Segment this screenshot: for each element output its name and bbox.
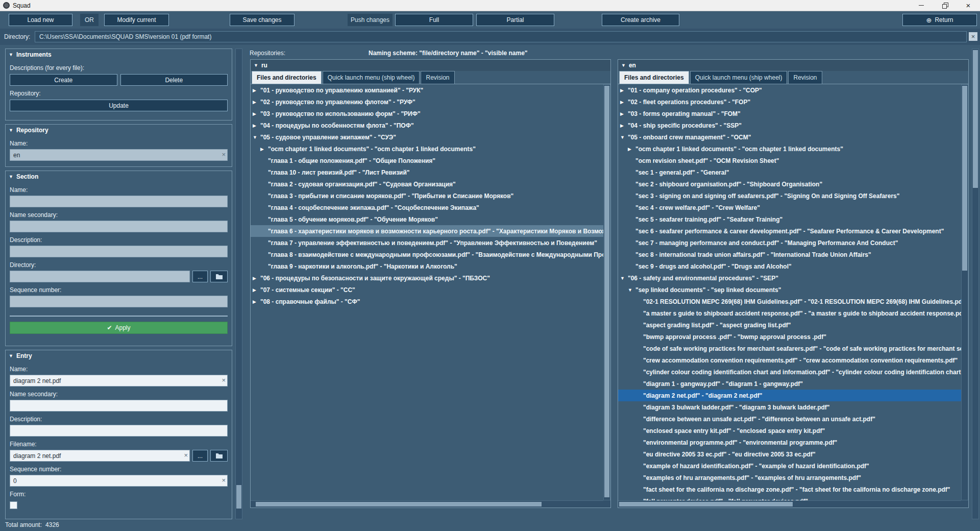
tab-revision[interactable]: Revision (788, 71, 822, 84)
tree-item[interactable]: "глава 3 - прибытие и списание моряков.p… (251, 190, 603, 202)
tree-item[interactable]: ▶"03 - forms operating manual" - "FOM" (618, 108, 961, 119)
tree-item[interactable]: ▶"01 - руководство по управлению компани… (251, 84, 603, 96)
expand-arrow-icon[interactable]: ▶ (253, 276, 260, 281)
tree-item[interactable]: ▶"02 - руководство по управлению флотом"… (251, 96, 603, 108)
tree-item[interactable]: "eu directive 2005 33 ec.pdf" - "eu dire… (618, 448, 961, 460)
collapse-arrow-icon[interactable]: ▼ (253, 135, 260, 140)
collapse-arrow-icon[interactable]: ▼ (620, 135, 628, 140)
tree-item[interactable]: "a master s guide to shipboard accident … (618, 307, 961, 319)
form-checkbox[interactable] (10, 501, 17, 509)
tree-item[interactable]: "sec 2 - shipboard organisation.pdf" - "… (618, 178, 961, 190)
tree-item[interactable]: "cylinder colour coding identification c… (618, 366, 961, 378)
expand-arrow-icon[interactable]: ▶ (253, 299, 260, 304)
entry-filename-input[interactable] (10, 450, 190, 462)
tree-item[interactable]: "глава 1 - общие положения.pdf" - "Общие… (251, 155, 603, 166)
tree-item[interactable]: "глава 8 - взаимодействие с международны… (251, 249, 603, 260)
entry-description-input[interactable] (10, 425, 228, 437)
tree-item[interactable]: ▶"02 - fleet operations procedures" - "F… (618, 96, 961, 108)
close-button[interactable]: × (957, 0, 980, 11)
window-scrollbar[interactable] (972, 49, 979, 519)
create-description-button[interactable]: Create (10, 74, 117, 86)
expand-arrow-icon[interactable]: ▶ (620, 88, 628, 93)
create-archive-button[interactable]: Create archive (602, 14, 679, 26)
tab-quick-launch-menu-ship-wheel[interactable]: Quick launch menu (ship wheel) (690, 71, 788, 84)
tree-item[interactable]: ▶"01 - company operation procedures" - "… (618, 84, 961, 96)
repository-en-header[interactable]: ▼ en (618, 60, 968, 71)
tree-item[interactable]: "code of safe working practices for merc… (618, 343, 961, 354)
load-new-button[interactable]: Load new (9, 14, 72, 26)
tree-item[interactable]: "crew accommodation convention requireme… (618, 354, 961, 366)
entry-open-folder-button[interactable] (210, 450, 228, 462)
tab-files-and-directories[interactable]: Files and directories (252, 71, 322, 84)
scrollbar-thumb[interactable] (973, 50, 978, 188)
entry-panel-header[interactable]: ▼ Entry (6, 350, 232, 361)
expand-arrow-icon[interactable]: ▶ (253, 100, 260, 105)
minimize-button[interactable] (910, 0, 933, 11)
tree-item[interactable]: "aspect grading list.pdf" - "aspect grad… (618, 319, 961, 331)
horizontal-scrollbar[interactable] (251, 500, 603, 508)
tree-item[interactable]: "ocm revision sheet.pdf" - "OCM Revision… (618, 155, 961, 166)
section-description-input[interactable] (10, 246, 228, 257)
tree-item[interactable]: ▶"ocm chapter 1 linked documents" - "ocm… (251, 143, 603, 155)
scrollbar-thumb[interactable] (962, 86, 967, 271)
return-button[interactable]: ⊕ Return (902, 14, 977, 26)
tree-item[interactable]: ▼"06 - safety and environmental procedur… (618, 272, 961, 284)
tree-item[interactable]: ▶"08 - справочные файлы" - "СФ" (251, 296, 603, 307)
tree-item[interactable]: "глава 7 - управление эффективностью и п… (251, 237, 603, 249)
directory-path-field[interactable]: C:\Users\SSA\Documents\SQUAD SMS\version… (35, 31, 967, 42)
tab-files-and-directories[interactable]: Files and directories (619, 71, 689, 84)
modify-current-button[interactable]: Modify current (104, 14, 169, 26)
update-repository-button[interactable]: Update (10, 100, 228, 111)
partial-push-button[interactable]: Partial (476, 14, 554, 26)
tree-item[interactable]: "sec 6 - seafarer performance & career d… (618, 225, 961, 237)
collapse-arrow-icon[interactable]: ▼ (620, 276, 628, 281)
section-panel-header[interactable]: ▼ Section (6, 171, 232, 182)
tree-item[interactable]: "sec 9 - drugs and alcohol.pdf" - "Drugs… (618, 260, 961, 272)
delete-description-button[interactable]: Delete (120, 74, 228, 86)
directory-clear-button[interactable]: × (969, 32, 977, 41)
tree-item[interactable]: "environmental programme.pdf" - "environ… (618, 437, 961, 448)
save-changes-button[interactable]: Save changes (230, 14, 295, 26)
scrollbar-thumb[interactable] (604, 86, 609, 497)
tree-item[interactable]: "diagram 2 net.pdf" - "diagram 2 net.pdf… (618, 390, 961, 401)
tree-item[interactable]: "глава 5 - обучение моряков.pdf" - "Обуч… (251, 213, 603, 225)
tree-item[interactable]: ▼"05 - onboard crew management" - "OCM" (618, 131, 961, 143)
expand-arrow-icon[interactable]: ▶ (620, 100, 628, 105)
tree-item[interactable]: "sec 3 - signing on and signing off seaf… (618, 190, 961, 202)
tree-item[interactable]: ▼"05 - судовое управление экипажем" - "С… (251, 131, 603, 143)
tree-item[interactable]: "diagram 1 - gangway.pdf" - "diagram 1 -… (618, 378, 961, 390)
scrollbar-thumb[interactable] (256, 502, 542, 506)
entry-sequence-input[interactable] (10, 475, 228, 487)
tree-item[interactable]: "глава 4 - соцобеспечение экипажа.pdf" -… (251, 202, 603, 213)
tree-item[interactable]: "глава 6 - характеристики моряков и возм… (251, 225, 603, 237)
tree-item[interactable]: "sec 8 - international trade union affai… (618, 249, 961, 260)
tree-item[interactable]: "fall preventer devices.pdf" - "fall pre… (618, 495, 961, 500)
scrollbar-thumb[interactable] (236, 485, 241, 509)
entry-name-input[interactable] (10, 375, 228, 387)
section-sequence-input[interactable] (10, 296, 228, 307)
entry-name-secondary-input[interactable] (10, 400, 228, 412)
tree-item[interactable]: ▼"sep linked documents" - "sep linked do… (618, 284, 961, 296)
expand-arrow-icon[interactable]: ▶ (260, 147, 268, 152)
vertical-scrollbar[interactable] (603, 84, 610, 500)
expand-arrow-icon[interactable]: ▶ (628, 147, 635, 152)
tree-item[interactable]: "fact sheet for the california no discha… (618, 484, 961, 495)
tree-item[interactable]: "diagram 3 bulwark ladder.pdf" - "diagra… (618, 401, 961, 413)
repository-name-input[interactable] (10, 149, 228, 161)
tree-item[interactable]: "bwmp approval process .pdf" - "bwmp app… (618, 331, 961, 343)
tree-item[interactable]: "sec 7 - managing performance and conduc… (618, 237, 961, 249)
tree-item[interactable]: "глава 2 - судовая организация.pdf" - "С… (251, 178, 603, 190)
collapse-arrow-icon[interactable]: ▼ (628, 287, 635, 293)
section-name-input[interactable] (10, 196, 228, 207)
tree-item[interactable]: ▶"07 - системные секции" - "СС" (251, 284, 603, 296)
expand-arrow-icon[interactable]: ▶ (253, 287, 260, 293)
tree-item[interactable]: "глава 9 - наркотики и алкоголь.pdf" - "… (251, 260, 603, 272)
tree-item[interactable]: "difference between an unsafe act.pdf" -… (618, 413, 961, 425)
horizontal-scrollbar[interactable] (618, 500, 961, 508)
tree-item[interactable]: "sec 1 - general.pdf" - "General" (618, 166, 961, 178)
tree-item[interactable]: "глава 10 - лист ревизий.pdf" - "Лист Ре… (251, 166, 603, 178)
section-name-secondary-input[interactable] (10, 221, 228, 232)
tree-item[interactable]: "sec 5 - seafarer training.pdf" - "Seafa… (618, 213, 961, 225)
clear-icon[interactable]: × (222, 377, 226, 383)
repository-panel-header[interactable]: ▼ Repository (6, 125, 232, 136)
